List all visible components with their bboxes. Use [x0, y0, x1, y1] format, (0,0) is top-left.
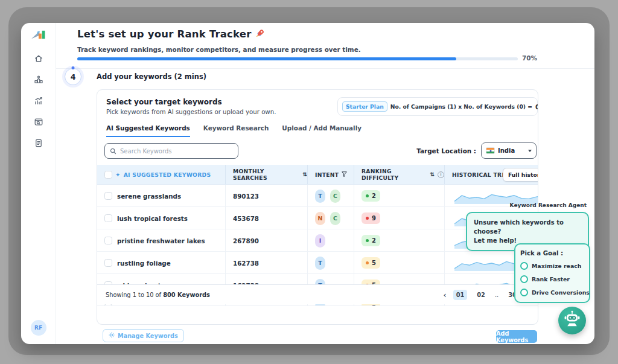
goal-option-maximize-reach[interactable]: Maximize reach [520, 262, 584, 270]
table-header: ✦ AI SUGGESTED KEYWORDS MONTHLY SEARCHES… [97, 165, 538, 185]
manage-keywords-button[interactable]: Manage Keywords [103, 329, 184, 342]
plan-badge[interactable]: Starter Plan [342, 101, 387, 112]
sort-icon[interactable]: ⇅ [302, 171, 307, 177]
table-row[interactable]: rustling foliage 162738 T 5 [97, 252, 538, 274]
location-select[interactable]: India [481, 142, 537, 159]
monthly-searches-value: 162738 [225, 252, 307, 274]
goal-label: Drive Conversions [532, 289, 590, 296]
page-subtitle: Track keyword rankings, monitor competit… [77, 46, 361, 53]
difficulty-badge: 2 [362, 190, 380, 202]
agent-robot-button[interactable] [558, 307, 586, 334]
full-history-button[interactable]: Full history [503, 168, 538, 182]
sidebar-item-site-audit[interactable] [33, 118, 44, 129]
info-icon[interactable]: i [438, 171, 444, 178]
progress-bar [77, 57, 518, 60]
radio-icon[interactable] [520, 289, 528, 296]
monthly-searches-value: 453678 [225, 207, 307, 229]
intent-pill-n: N [315, 212, 325, 225]
keyword-text: serene grasslands [117, 193, 181, 200]
tab-ai-suggested-keywords[interactable]: AI Suggested Keywords [106, 124, 190, 137]
goal-option-drive-conversions[interactable]: Drive Conversions [520, 289, 584, 296]
sidebar-item-analytics[interactable] [33, 97, 44, 107]
goal-picker-panel: Pick a Goal : Maximize reachRank FasterD… [514, 243, 590, 303]
step-number: 4 [71, 72, 76, 81]
goal-picker-title: Pick a Goal : [520, 250, 584, 257]
location-value: India [498, 147, 525, 154]
page-number-01[interactable]: 01 [453, 290, 468, 300]
radio-icon[interactable] [520, 262, 528, 270]
intent-pill-c: C [330, 190, 340, 203]
page-list: 0102..30 [453, 290, 520, 300]
home-icon [34, 54, 43, 66]
tabs: AI Suggested KeywordsKeyword ResearchUpl… [106, 124, 362, 137]
site-audit-icon [34, 117, 43, 129]
search-input[interactable] [120, 148, 233, 155]
app-window: RF Let's set up your Rank Tracker Track … [21, 23, 594, 344]
target-location-label: Target Location : [416, 147, 476, 155]
intent-pill-t: T [315, 190, 325, 203]
search-box[interactable] [104, 143, 238, 159]
tab-upload-add-manually[interactable]: Upload / Add Manually [282, 124, 362, 137]
sidebar-item-ranking[interactable] [33, 75, 44, 86]
row-checkbox[interactable] [104, 192, 112, 200]
difficulty-badge: 2 [362, 235, 380, 246]
user-avatar[interactable]: RF [31, 320, 46, 336]
sidebar-item-home[interactable] [33, 54, 44, 65]
intent-pill-i: I [315, 234, 325, 247]
chevron-down-icon [528, 150, 532, 152]
add-keywords-button[interactable]: Add Keywords [496, 330, 537, 343]
column-header-intent[interactable]: INTENT [315, 171, 339, 178]
progress-fill [77, 57, 456, 60]
step-label: Add your keywords (2 mins) [97, 72, 206, 81]
keyword-selection-card: Select your target keywords Pick keyword… [97, 89, 538, 325]
radio-icon[interactable] [520, 275, 528, 283]
step-indicator-dot [72, 66, 75, 69]
card-subtitle: Pick keywords from AI suggestions or upl… [106, 109, 276, 115]
pagination-bar: Showing 1 to 10 of 800 Keywords ‹ 0102..… [97, 284, 538, 304]
prev-page-icon[interactable]: ‹ [443, 291, 446, 299]
header-divider [56, 68, 594, 69]
select-all-checkbox[interactable] [104, 171, 112, 179]
trend-sparkline [454, 188, 538, 204]
sidebar-item-report[interactable] [33, 139, 44, 150]
row-checkbox[interactable] [104, 214, 112, 222]
row-checkbox[interactable] [104, 259, 112, 267]
intent-pill-c: C [330, 212, 340, 225]
target-location: Target Location : India [416, 142, 537, 159]
page-number-02[interactable]: 02 [474, 290, 488, 300]
sidebar-nav [33, 54, 44, 150]
column-header-keywords[interactable]: AI SUGGESTED KEYWORDS [124, 171, 211, 178]
agent-message-line1: Unsure which keywords to choose? [474, 218, 581, 236]
keyword-text: rustling foliage [117, 260, 171, 267]
sidebar: RF [21, 23, 56, 344]
ai-sparkle-icon: ✦ [115, 171, 121, 178]
sort-icon[interactable]: ⇅ [430, 171, 435, 177]
gear-icon [109, 332, 115, 339]
filter-icon[interactable] [342, 171, 347, 178]
row-checkbox[interactable] [104, 237, 112, 244]
goal-label: Maximize reach [532, 263, 582, 269]
agent-name-label: Keyword Research Agent [510, 202, 587, 208]
manage-keywords-label: Manage Keywords [118, 333, 178, 339]
tab-keyword-research[interactable]: Keyword Research [203, 124, 269, 137]
difficulty-badge: 5 [362, 257, 380, 269]
plan-quota: 00/250 [535, 103, 538, 110]
progress-label: 70% [522, 54, 537, 62]
keyword-text: pristine freshwater lakes [117, 237, 205, 244]
monthly-searches-value: 890123 [225, 185, 307, 207]
ranking-icon [34, 75, 43, 87]
column-header-monthly-searches[interactable]: MONTHLY SEARCHES [233, 168, 299, 181]
goal-label: Rank Faster [532, 276, 570, 283]
goal-option-rank-faster[interactable]: Rank Faster [520, 275, 584, 283]
analytics-icon [34, 96, 43, 108]
table-row[interactable]: serene grasslands 890123 TC 2 [97, 185, 538, 207]
page-ellipsis: .. [495, 292, 499, 298]
app-logo[interactable] [31, 28, 46, 43]
pagination-summary: Showing 1 to 10 of 800 Keywords [106, 292, 210, 298]
india-flag-icon [486, 147, 495, 154]
step-number-badge: 4 [65, 68, 81, 85]
column-header-ranking-difficulty[interactable]: RANKING DIFFICULTY [362, 168, 427, 181]
difficulty-badge: 9 [362, 212, 380, 224]
page-title: Let's set up your Rank Tracker [77, 28, 265, 40]
plan-formula: No. of Campaigns (1) x No. of Keywords (… [390, 103, 532, 110]
